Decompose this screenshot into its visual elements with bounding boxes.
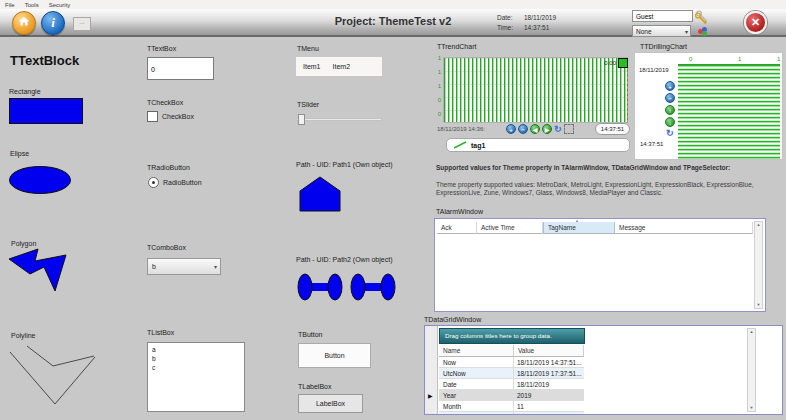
rectangle-label: Rectangle [9,88,41,95]
palette-icon[interactable] [698,27,710,37]
cell-name[interactable]: Now [439,357,514,368]
expand-icon[interactable] [564,124,574,134]
cell-value[interactable]: 18/11/2019 [514,379,584,390]
scroll-up-button[interactable]: ↑ [665,105,675,115]
menu-item1[interactable]: Item1 [303,63,321,70]
zoom-out-button[interactable]: − [518,124,528,134]
cell-value[interactable]: 2019 [514,390,584,401]
trend-legend[interactable]: tag1 [446,138,630,152]
menu-item2[interactable]: Item2 [333,63,351,70]
grid-col-name[interactable]: Name [439,345,514,357]
scroll-left-button[interactable]: ◀ [530,124,540,134]
menu-file[interactable]: File [5,2,15,8]
path1-shape [299,176,341,212]
menu-security[interactable]: Security [49,2,71,8]
elipse-label: Elipse [10,150,29,157]
checkbox-box[interactable] [147,111,158,122]
drill-date: 18/11/2019 [639,67,669,73]
alarm-col-active-time[interactable]: Active Time [477,222,543,234]
radiobutton-text: RadioButton [163,179,202,186]
slider-track[interactable] [296,118,382,121]
cell-value[interactable]: 18/11/2019 14:37:51... [514,357,584,368]
cell-value[interactable]: 18 [514,412,584,415]
menu-strip: Item1 Item2 [296,57,382,76]
grid-col-value[interactable]: Value [514,345,584,357]
legend-tag-name: tag1 [471,142,485,149]
scroll-right-button[interactable]: ▶ [542,124,552,134]
trend-start-time: 18/11/2019 14:36: [437,126,485,132]
close-button[interactable]: ✕ [744,11,767,34]
keys-icon[interactable] [694,9,710,29]
time-value: 14:37:51 [524,24,549,31]
cell-name[interactable]: Year [439,390,514,401]
home-button[interactable] [12,11,36,35]
scroll-up-icon[interactable]: ▲ [748,329,755,335]
scroll-down-icon[interactable]: ▼ [748,405,755,411]
table-row[interactable]: UtcNow 18/11/2019 17:37:51... [439,368,584,379]
path1-label: Path - UID: Path1 (Own object) [296,161,392,168]
cell-value[interactable]: 11 [514,401,584,412]
button-control[interactable]: Button [298,343,371,368]
drilling-chart-plot[interactable] [678,64,780,159]
app-window: File Tools Security i ... Project: Theme… [0,0,786,420]
slider-label: TSlider [297,101,319,108]
cell-name[interactable]: Month [439,401,514,412]
table-row-selected[interactable]: Year 2019 [439,390,584,401]
zoom-out-button[interactable]: − [665,93,675,103]
drill-xtick: 0 [689,56,692,62]
radiobutton-circle[interactable] [148,177,159,188]
drilling-chart: 0 1 1 18/11/2019 + − ↑ ↓ ↻ 14:37:51 [634,52,783,160]
zoom-in-button[interactable]: + [665,81,675,91]
alarm-col-message[interactable]: Message [615,222,753,234]
table-row[interactable]: Month 11 [439,401,584,412]
slider-thumb[interactable] [298,114,305,125]
combobox-control[interactable]: b ▾ [147,258,221,275]
listbox-label: TListBox [147,329,174,336]
menu-label: TMenu [297,45,319,52]
alarm-col-tagname[interactable]: TagName [543,222,615,234]
scroll-up-icon[interactable]: ▲ [755,222,762,228]
refresh-icon[interactable]: ↻ [554,124,562,134]
refresh-icon[interactable]: ↻ [666,128,674,138]
theme-select[interactable]: None ▾ [632,25,691,37]
listbox-item[interactable]: c [152,363,244,372]
slider-control[interactable] [296,114,382,126]
chevron-down-icon: ▾ [214,263,217,270]
textbox-input[interactable] [147,57,214,80]
scroll-down-button[interactable]: ↓ [665,117,675,127]
data-grid-window: ▶ Drag columns titles here to group data… [424,325,783,415]
cell-name[interactable]: Day [439,412,514,415]
checkbox-text: CheckBox [162,113,194,120]
table-row[interactable]: Date 18/11/2019 [439,379,584,390]
checkbox-control[interactable]: CheckBox [147,111,194,122]
checkbox-label: TCheckBox [147,99,183,106]
radiobutton-label: TRadioButton [147,164,190,171]
textbox-label: TTextBox [147,45,176,52]
listbox-item[interactable]: b [152,354,244,363]
drill-time: 14:37:51 [640,141,663,147]
more-button[interactable]: ... [73,17,91,31]
textblock-sample: TTextBlock [10,53,79,68]
cell-name[interactable]: Date [439,379,514,390]
cell-value[interactable]: 18/11/2019 17:37:51... [514,368,584,379]
zoom-in-button[interactable]: + [506,124,516,134]
cell-name[interactable]: UtcNow [439,368,514,379]
radiobutton-control[interactable]: RadioButton [148,177,202,188]
polyline-shape [6,342,100,410]
listbox-control[interactable]: a b c [147,342,245,412]
scroll-down-icon[interactable]: ▼ [755,302,762,308]
group-by-area[interactable]: Drag columns titles here to group data. [439,328,585,344]
menu-tools[interactable]: Tools [25,2,39,8]
trend-ytick: 1 [433,69,441,75]
trend-value-text: 0.00 [604,60,616,66]
alarm-scrollbar[interactable]: ▲ ▼ [754,221,763,309]
info-button[interactable]: i [41,11,65,35]
table-row[interactable]: Now 18/11/2019 14:37:51... [439,357,584,368]
user-input[interactable] [632,10,693,22]
listbox-item[interactable]: a [152,345,244,354]
grid-scrollbar[interactable]: ▲ ▼ [747,328,756,412]
alarm-col-ack[interactable]: Ack [437,222,477,234]
data-grid-label: TDataGridWindow [424,316,481,323]
table-row[interactable]: Day 18 [439,412,584,415]
theme-select-value: None [636,28,652,35]
